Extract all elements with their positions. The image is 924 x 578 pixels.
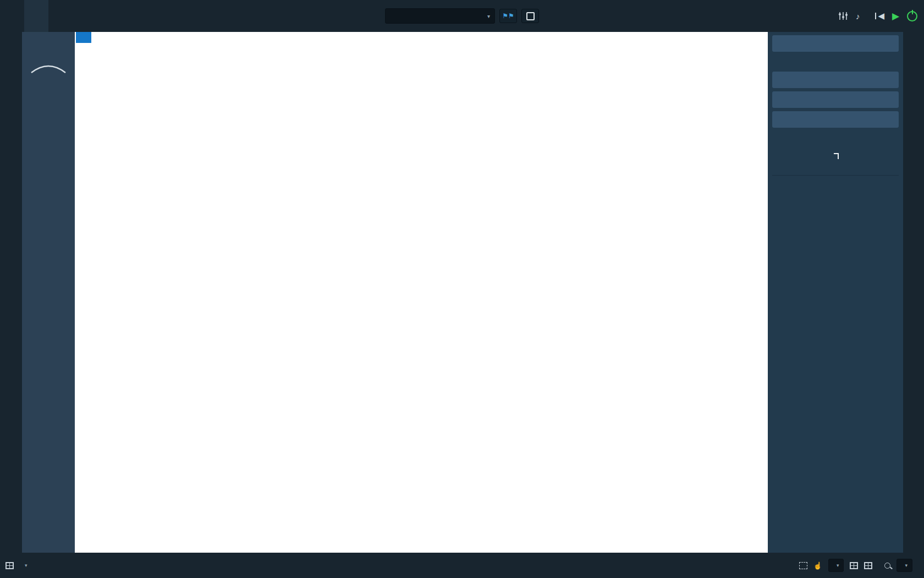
play-button[interactable]: ▶ [892, 10, 899, 22]
section-octave-lines[interactable] [772, 111, 899, 128]
zoom-level-select[interactable]: ▾ [897, 559, 912, 572]
section-archaic-clefs[interactable] [772, 91, 899, 108]
zoom-icon[interactable] [884, 563, 890, 569]
metronome-note-icon: ♪ [856, 12, 860, 21]
bottom-status-bar: ▾ ☝ ▾ ▾ [0, 553, 924, 578]
octave-lines-row-down [772, 139, 899, 143]
tab-setup[interactable] [0, 0, 24, 32]
tab-engrave[interactable] [48, 0, 73, 32]
top-menu-bar: ▾ ⚑⚑ ♪ ◀ ▶ [0, 0, 924, 32]
chevron-down-icon: ▾ [487, 13, 490, 19]
section-uncommon-clefs[interactable] [772, 72, 899, 88]
score-notation-canvas[interactable] [75, 32, 768, 553]
frames-toggle-button[interactable] [521, 9, 539, 23]
notes-panel [22, 32, 75, 553]
tab-print[interactable] [97, 0, 121, 32]
section-common-clefs[interactable] [772, 35, 899, 52]
chevron-down-icon: ▾ [837, 563, 839, 568]
flags-toggle-button[interactable]: ⚑⚑ [499, 9, 517, 23]
clefs-panel [768, 32, 903, 553]
clef-button-grid [772, 55, 899, 68]
marquee-select-icon[interactable] [799, 562, 807, 569]
tab-play[interactable] [73, 0, 97, 32]
loco-button[interactable] [832, 149, 839, 167]
score-page[interactable] [75, 32, 768, 553]
keyboard-input-icon[interactable] [6, 562, 14, 569]
chevron-down-icon: ▾ [905, 563, 908, 568]
workspace [0, 32, 924, 553]
rewind-button[interactable]: ◀ [875, 11, 884, 21]
score-tab[interactable] [76, 32, 91, 43]
view-type-select[interactable]: ▾ [828, 559, 844, 572]
layout-selector[interactable]: ▾ [385, 8, 495, 24]
octave-lines-row-up [772, 131, 899, 135]
left-toolbar [0, 32, 22, 553]
notations-toolbox [903, 32, 924, 553]
slur-button[interactable] [26, 59, 71, 78]
frame-icon [526, 12, 535, 20]
tab-write[interactable] [24, 0, 48, 32]
chevron-down-icon[interactable]: ▾ [25, 563, 28, 568]
pages-layout-icon[interactable] [850, 562, 858, 569]
score-area [75, 32, 768, 553]
power-button[interactable] [907, 11, 917, 21]
mixer-icon[interactable] [838, 12, 848, 20]
flag-icon: ⚑⚑ [502, 12, 514, 20]
galley-layout-icon[interactable] [864, 562, 872, 569]
hand-grab-icon[interactable]: ☝ [813, 561, 822, 570]
